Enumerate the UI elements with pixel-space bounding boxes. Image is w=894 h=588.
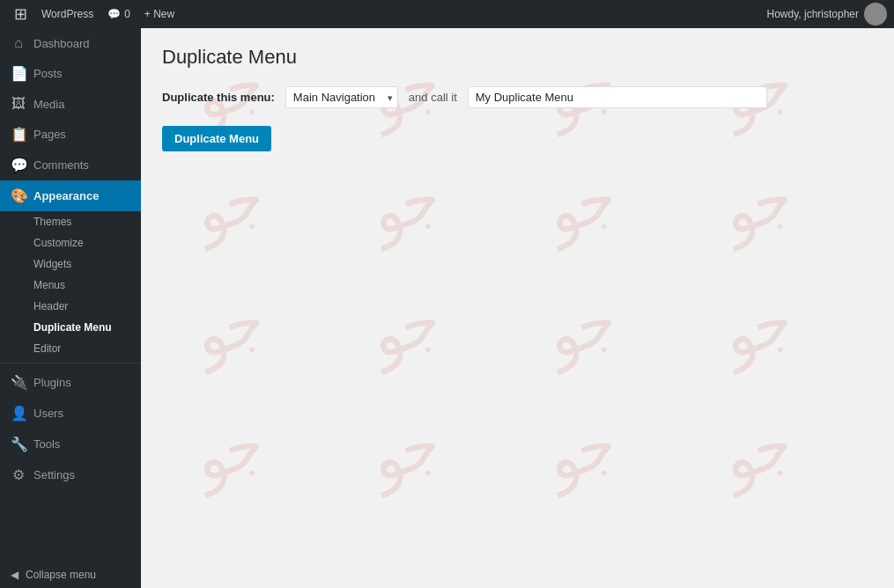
submenu-menus[interactable]: Menus xyxy=(0,275,141,296)
sidebar-item-label: Dashboard xyxy=(33,37,90,50)
sidebar-item-label: Comments xyxy=(33,158,89,172)
users-icon: 👤 xyxy=(11,405,26,422)
menu-separator xyxy=(0,363,141,364)
pages-icon: 📋 xyxy=(11,126,26,143)
submenu-editor[interactable]: Editor xyxy=(0,338,141,359)
submenu-widgets[interactable]: Widgets xyxy=(0,254,141,275)
comments-icon: 💬 xyxy=(107,8,121,20)
duplicate-menu-label: Duplicate Menu xyxy=(33,321,112,334)
sidebar-item-media[interactable]: 🖼 Media xyxy=(0,89,141,119)
menu-select-wrapper: Main Navigation Primary Menu Footer Menu xyxy=(285,86,398,108)
submenu-duplicate-menu[interactable]: Duplicate Menu xyxy=(0,317,141,338)
sidebar-item-label: Users xyxy=(33,407,63,420)
sidebar-item-users[interactable]: 👤 Users xyxy=(0,398,141,429)
customize-label: Customize xyxy=(33,237,84,249)
watermark: جو xyxy=(536,283,625,374)
duplicate-menu-button[interactable]: Duplicate Menu xyxy=(162,126,271,151)
new-menu-name-input[interactable] xyxy=(468,86,767,108)
submenu-customize[interactable]: Customize xyxy=(0,232,141,254)
header-label: Header xyxy=(33,300,68,312)
watermark: جو xyxy=(183,159,273,251)
submenu-header[interactable]: Header xyxy=(0,296,141,317)
form-label: Duplicate this menu: xyxy=(162,91,275,104)
sidebar-item-label: Settings xyxy=(33,468,75,481)
sidebar-item-pages[interactable]: 📋 Pages xyxy=(0,119,141,150)
comments-count: 0 xyxy=(124,8,130,20)
watermark: جو xyxy=(712,283,802,374)
watermark: جو xyxy=(536,406,625,497)
sidebar-item-comments[interactable]: 💬 Comments xyxy=(0,150,141,180)
watermark: جو xyxy=(536,159,625,251)
watermark: جو xyxy=(183,406,273,497)
site-name-button[interactable]: WordPress xyxy=(34,0,100,28)
howdy-text: Howdy, jchristopher xyxy=(767,8,859,20)
menu-select[interactable]: Main Navigation Primary Menu Footer Menu xyxy=(285,86,398,108)
new-content-button[interactable]: + New xyxy=(137,0,181,28)
main-content-area: جو جو جو جو جو جو جو جو جو جو جو جو جو ج… xyxy=(141,28,894,588)
sidebar-item-label: Appearance xyxy=(33,189,99,202)
settings-icon: ⚙ xyxy=(11,467,26,483)
watermark: جو xyxy=(359,283,449,374)
admin-bar: ⊞ WordPress 💬 0 + New Howdy, jchristophe… xyxy=(0,0,894,28)
sidebar-item-posts[interactable]: 📄 Posts xyxy=(0,58,141,89)
plugins-icon: 🔌 xyxy=(11,374,26,391)
admin-sidebar: ⌂ Dashboard 📄 Posts 🖼 Media 📋 Pages 💬 Co… xyxy=(0,28,141,588)
site-name-label: WordPress xyxy=(41,8,93,20)
editor-label: Editor xyxy=(33,342,61,355)
watermark: جو xyxy=(712,159,802,251)
wp-logo-icon: ⊞ xyxy=(14,4,27,24)
watermark: جو xyxy=(712,406,802,497)
user-avatar xyxy=(864,3,887,26)
sidebar-item-tools[interactable]: 🔧 Tools xyxy=(0,429,141,459)
wp-logo-button[interactable]: ⊞ xyxy=(7,0,34,28)
dashboard-icon: ⌂ xyxy=(11,35,26,51)
themes-label: Themes xyxy=(33,216,71,228)
sidebar-item-label: Posts xyxy=(33,67,63,80)
duplicate-menu-form: Duplicate this menu: Main Navigation Pri… xyxy=(162,86,873,108)
sidebar-item-dashboard[interactable]: ⌂ Dashboard xyxy=(0,28,141,58)
user-greeting[interactable]: Howdy, jchristopher xyxy=(767,3,887,26)
comments-button[interactable]: 💬 0 xyxy=(100,0,137,28)
submenu-themes[interactable]: Themes xyxy=(0,211,141,232)
collapse-label: Collapse menu xyxy=(26,569,96,581)
sidebar-item-label: Tools xyxy=(33,437,60,451)
sidebar-item-appearance[interactable]: 🎨 Appearance xyxy=(0,180,141,211)
new-content-label: + New xyxy=(144,8,174,20)
sidebar-item-label: Media xyxy=(33,98,64,111)
and-call-it-label: and call it xyxy=(409,91,457,104)
collapse-icon: ◀ xyxy=(11,569,18,581)
watermark: جو xyxy=(359,159,449,251)
page-title: Duplicate Menu xyxy=(162,46,873,69)
sidebar-item-label: Plugins xyxy=(33,376,71,389)
watermark: جو xyxy=(359,406,449,497)
posts-icon: 📄 xyxy=(11,65,26,82)
comments-icon: 💬 xyxy=(11,157,26,173)
tools-icon: 🔧 xyxy=(11,436,26,452)
watermark: جو xyxy=(183,283,273,374)
menus-label: Menus xyxy=(33,279,65,291)
appearance-icon: 🎨 xyxy=(11,187,26,204)
sidebar-item-plugins[interactable]: 🔌 Plugins xyxy=(0,367,141,398)
widgets-label: Widgets xyxy=(33,258,71,270)
collapse-menu-button[interactable]: ◀ Collapse menu xyxy=(0,562,141,588)
sidebar-item-settings[interactable]: ⚙ Settings xyxy=(0,459,141,490)
media-icon: 🖼 xyxy=(11,96,26,112)
sidebar-item-label: Pages xyxy=(33,128,66,141)
